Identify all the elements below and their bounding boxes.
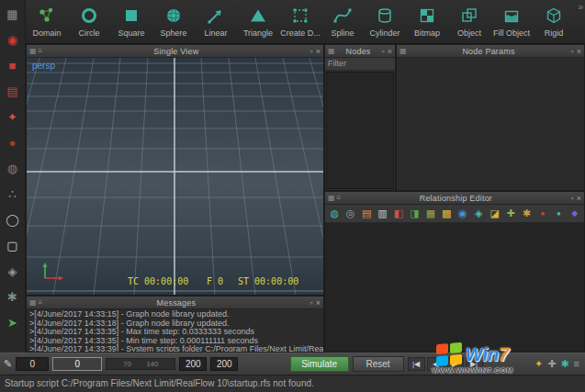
folder-icon[interactable]: ◪: [488, 207, 501, 220]
viewport-canvas[interactable]: persp TC 00:00:00 F 0 ST 00:00:00: [27, 58, 323, 295]
cubes-icon[interactable]: ◨: [408, 207, 421, 220]
timeline-right-icons: ✦ ✚ ✱ ≡: [534, 359, 579, 369]
menu-icon[interactable]: ≡: [574, 359, 579, 369]
triangle-icon: [248, 4, 268, 27]
relationship-editor-titlebar[interactable]: ▦≡ Relationship Editor ▫×: [325, 192, 584, 205]
purple-diamond-icon[interactable]: ◆: [568, 207, 581, 220]
sidebar-item-emitter[interactable]: ●: [2, 132, 24, 153]
toolbar-item-sphere[interactable]: Sphere: [152, 0, 195, 44]
toolbar-item-label: Sphere: [160, 28, 186, 38]
panel-title: Relationship Editor: [341, 194, 570, 203]
sidebar-item-viewport-layout[interactable]: ▦: [2, 4, 24, 25]
panel-title: Node Params: [407, 47, 571, 56]
layers-icon[interactable]: ▩: [440, 207, 453, 220]
max-frame-field[interactable]: 200: [210, 357, 238, 371]
sidebar-item-wire-sphere[interactable]: ◯: [2, 209, 24, 230]
start-frame-field[interactable]: 0: [16, 357, 49, 371]
toolbar-item-object[interactable]: Object: [448, 0, 490, 44]
toolbar-item-linear[interactable]: Linear: [195, 0, 237, 44]
current-frame-field[interactable]: 0: [52, 357, 102, 371]
timeline-track[interactable]: 70 140: [106, 358, 175, 370]
toolbar-item-bitmap[interactable]: Bitmap: [406, 0, 448, 44]
brush-icon: ✦: [7, 111, 17, 123]
graph-icon[interactable]: ✱: [560, 359, 568, 369]
sidebar-item-export-central[interactable]: ➤: [2, 312, 24, 333]
tools-icon[interactable]: ✚: [547, 359, 556, 369]
teal-dot-icon[interactable]: ●: [552, 207, 565, 220]
grid-icon: ▦: [328, 47, 335, 55]
timecode-readout: TC 00:00:00: [128, 276, 188, 286]
close-icon[interactable]: ×: [577, 194, 581, 203]
red-dot-icon[interactable]: ●: [536, 207, 549, 220]
relationship-editor-toolbar: ◍ ◎ ▤ ▥ ◧ ◨ ▦ ▩ ◉ ◈ ◪ ✚ ✱ ● ● ◆: [325, 205, 584, 223]
sidebar-item-brush[interactable]: ✦: [2, 106, 24, 128]
image-icon[interactable]: ◧: [392, 207, 405, 220]
sidebar-item-multibody[interactable]: ▤: [2, 81, 24, 102]
document-icon[interactable]: ▤: [360, 207, 373, 220]
node-params-body: [397, 58, 584, 190]
close-icon[interactable]: ×: [316, 47, 321, 56]
toolbar-overflow-icon[interactable]: »: [578, 2, 583, 12]
nodes-filter-label[interactable]: Filter: [325, 58, 395, 71]
nodes-titlebar[interactable]: ▦ Nodes ▫×: [325, 45, 395, 58]
link-icon[interactable]: ◈: [472, 207, 485, 220]
toolbar-item-circle[interactable]: Circle: [68, 0, 110, 44]
sidebar-item-wire-cube[interactable]: ▢: [2, 235, 24, 256]
reset-button[interactable]: Reset: [353, 356, 404, 372]
grid-icon[interactable]: ▦: [424, 207, 437, 220]
close-icon[interactable]: ×: [316, 298, 321, 308]
toolbar-item-rigid[interactable]: Rigid: [533, 0, 575, 44]
float-icon[interactable]: ▫: [571, 47, 574, 56]
globe-icon[interactable]: ◍: [328, 207, 341, 220]
toolbar-item-cylinder[interactable]: Cylinder: [364, 0, 406, 44]
toolbar-item-spline[interactable]: Spline: [321, 0, 364, 44]
end-frame-field[interactable]: 200: [179, 357, 207, 371]
float-icon[interactable]: ▫: [310, 47, 313, 56]
sidebar-item-particles[interactable]: ∴: [2, 184, 24, 205]
annotate-pencil-icon[interactable]: ✎: [4, 358, 12, 370]
camera-label[interactable]: persp: [32, 61, 55, 71]
step-back-button[interactable]: ◀: [427, 357, 444, 371]
float-icon[interactable]: ▫: [382, 47, 385, 56]
page-icon[interactable]: ▥: [376, 207, 388, 220]
float-icon[interactable]: ▫: [571, 194, 574, 203]
grid-icon: ▦: [29, 47, 37, 55]
relationship-editor-canvas[interactable]: [325, 223, 584, 352]
sidebar-item-realflow-logo[interactable]: ◉: [2, 29, 24, 50]
simulate-button[interactable]: Simulate: [290, 356, 349, 372]
toolbar-item-triangle[interactable]: Triangle: [237, 0, 279, 44]
messages-log[interactable]: >[4/June/2017 14:33:15] - Graph node lib…: [27, 309, 323, 352]
script-icon[interactable]: ✱: [520, 207, 533, 220]
toolbar-item-create-d[interactable]: Create D...: [279, 0, 321, 44]
sidebar-item-mesh[interactable]: ◍: [2, 158, 24, 179]
play-button[interactable]: ▶: [446, 357, 464, 371]
float-icon[interactable]: ▫: [310, 298, 313, 308]
add-node-icon[interactable]: ✚: [504, 207, 517, 220]
simtime-readout: ST 00:00:00: [238, 276, 298, 286]
export-central-icon: ➤: [7, 317, 17, 329]
sidebar-item-constraint[interactable]: ✱: [2, 286, 24, 308]
nodes-list[interactable]: [326, 72, 394, 189]
close-icon[interactable]: ×: [577, 47, 581, 56]
toolbar-item-square[interactable]: Square: [110, 0, 152, 44]
sidebar-item-geometry-cube[interactable]: ■: [2, 55, 24, 76]
toolbar-item-fill-object[interactable]: Fill Object: [490, 0, 533, 44]
search-icon[interactable]: ◉: [456, 207, 469, 220]
messages-titlebar[interactable]: ▦≡ Messages ▫×: [27, 297, 323, 309]
domain-icon: [37, 4, 57, 27]
go-to-start-button[interactable]: |◀: [408, 357, 425, 371]
close-icon[interactable]: ×: [388, 47, 392, 56]
particles-icon: ∴: [8, 188, 16, 200]
viewport-panel: ▦≡ Single View ▫× persp TC 00:00:00 F 0 …: [26, 44, 324, 296]
go-to-end-button[interactable]: ▶|: [466, 357, 483, 371]
node-params-titlebar[interactable]: ▦ Node Params ▫×: [397, 45, 584, 58]
world-icon[interactable]: ◎: [343, 207, 356, 220]
sidebar-item-lattice[interactable]: ◈: [2, 261, 24, 282]
create-toolbar: Domain Circle Square Sphere Linear Trian…: [26, 0, 585, 44]
realflow-window: ▦ ◉ ■ ▤ ✦ ● ◍ ∴ ◯ ▢ ◈ ✱ ➤ Domain Circle …: [0, 0, 585, 392]
toolbar-item-label: Fill Object: [493, 28, 530, 38]
viewport-titlebar[interactable]: ▦≡ Single View ▫×: [27, 45, 323, 58]
key-icon[interactable]: ✦: [534, 359, 543, 369]
toolbar-item-domain[interactable]: Domain: [26, 0, 68, 44]
relationship-editor-panel: ▦≡ Relationship Editor ▫× ◍ ◎ ▤ ▥ ◧ ◨ ▦ …: [324, 191, 585, 353]
